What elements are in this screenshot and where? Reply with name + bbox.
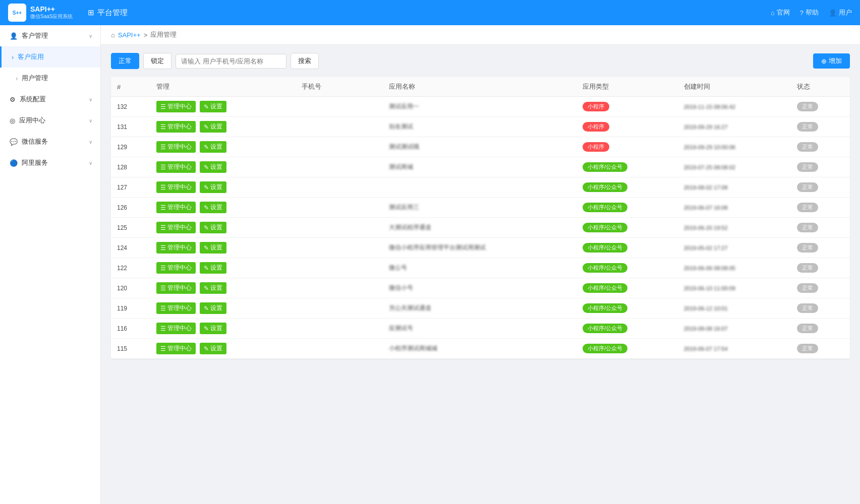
chevron-down-icon5 (89, 160, 92, 166)
cell-appname: 微信小程序应用管理平台测试用测试 (383, 238, 577, 258)
manage-center-btn[interactable]: ☰ 管理中心 (156, 161, 196, 173)
cell-status: 正常 (791, 157, 850, 177)
cell-phone: 14510000010 (296, 157, 383, 177)
platform-title: 平台管理 (97, 8, 128, 18)
table-row: 128 ☰ 管理中心 ✎ 设置 14510000010测试商城小程序/公众号20… (111, 157, 850, 177)
app-center-icon: ◎ (10, 117, 15, 124)
chevron-right-icon: › (12, 53, 14, 61)
cell-appname: 测试应用三 (383, 198, 577, 218)
cell-id: 115 (111, 339, 150, 359)
setting-btn[interactable]: ✎ 设置 (200, 302, 226, 314)
cell-appname: 另公共测试通道 (383, 298, 577, 319)
cell-appname: 微信小号 (383, 278, 577, 298)
setting-btn[interactable]: ✎ 设置 (200, 202, 226, 213)
manage-center-btn[interactable]: ☰ 管理中心 (156, 202, 196, 213)
col-apptype: 应用类型 (577, 77, 678, 97)
cell-id: 116 (111, 319, 150, 339)
cell-created: 2019-06-20 19:52 (678, 218, 791, 238)
chevron-down-icon3 (89, 118, 92, 123)
manage-center-btn[interactable]: ☰ 管理中心 (156, 262, 196, 274)
setting-btn[interactable]: ✎ 设置 (200, 181, 226, 193)
ali-icon: 🔵 (10, 159, 18, 167)
cell-apptype: 小程序/公众号 (577, 339, 678, 359)
setting-btn[interactable]: ✎ 设置 (200, 101, 226, 112)
search-button[interactable]: 搜索 (291, 53, 319, 69)
nav-help[interactable]: ? 帮助 (800, 8, 819, 17)
table-row: 131 ☰ 管理中心 ✎ 设置 13710000007别名测试小程序2019-0… (111, 117, 850, 137)
col-status: 状态 (791, 77, 850, 97)
list-icon: ☰ (160, 204, 166, 211)
cell-status: 正常 (791, 278, 850, 298)
setting-btn[interactable]: ✎ 设置 (200, 282, 226, 294)
setting-btn[interactable]: ✎ 设置 (200, 222, 226, 233)
cell-id: 120 (111, 278, 150, 298)
sidebar-item-ali[interactable]: 🔵 阿里服务 (0, 152, 100, 173)
home-bc-icon: ⌂ (111, 31, 115, 39)
search-input[interactable] (176, 54, 286, 69)
status-badge: 正常 (797, 344, 818, 353)
wechat-icon: 💬 (10, 138, 18, 146)
nav-home[interactable]: ⌂ 官网 (771, 8, 790, 17)
manage-center-btn[interactable]: ☰ 管理中心 (156, 282, 196, 294)
sidebar-item-system-config[interactable]: ⚙ 系统配置 (0, 89, 100, 110)
gear-icon: ⚙ (10, 96, 16, 103)
cell-apptype: 小程序/公众号 (577, 218, 678, 238)
sidebar-label-wechat: 微信服务 (22, 137, 48, 146)
btn-locked[interactable]: 锁定 (143, 53, 171, 69)
cell-appname (383, 177, 577, 198)
manage-center-btn[interactable]: ☰ 管理中心 (156, 323, 196, 334)
app-type-tag: 小程序 (583, 102, 609, 111)
add-button[interactable]: ⊕ 增加 (813, 53, 850, 69)
nav-help-label: 帮助 (806, 8, 819, 17)
manage-center-btn[interactable]: ☰ 管理中心 (156, 181, 196, 193)
cell-appname: 微公号 (383, 258, 577, 278)
manage-center-btn[interactable]: ☰ 管理中心 (156, 141, 196, 153)
manage-center-btn[interactable]: ☰ 管理中心 (156, 121, 196, 133)
nav-user[interactable]: 👤 用户 (829, 8, 852, 17)
breadcrumb-root[interactable]: SAPI++ (118, 31, 141, 39)
cell-apptype: 小程序 (577, 97, 678, 117)
toolbar: 正常 锁定 搜索 ⊕ 增加 (111, 53, 850, 69)
cell-created: 2019-06-07 16:08 (678, 198, 791, 218)
status-badge: 正常 (797, 182, 818, 192)
cell-id: 128 (111, 157, 150, 177)
setting-btn[interactable]: ✎ 设置 (200, 161, 226, 173)
cell-id: 132 (111, 97, 150, 117)
sidebar-item-app-center[interactable]: ◎ 应用中心 (0, 110, 100, 131)
cell-manage: ☰ 管理中心 ✎ 设置 (150, 157, 296, 177)
edit-icon: ✎ (204, 103, 209, 110)
logo-title: SAPI++ (30, 5, 73, 13)
sidebar-item-customer-mgmt[interactable]: 👤 客户管理 (0, 25, 100, 46)
chevron-right-icon2: › (16, 75, 18, 82)
cell-appname: 测试商城 (383, 157, 577, 177)
manage-center-btn[interactable]: ☰ 管理中心 (156, 242, 196, 254)
cell-manage: ☰ 管理中心 ✎ 设置 (150, 117, 296, 137)
setting-btn[interactable]: ✎ 设置 (200, 121, 226, 133)
btn-normal[interactable]: 正常 (111, 53, 139, 69)
manage-center-btn[interactable]: ☰ 管理中心 (156, 222, 196, 233)
status-badge: 正常 (797, 243, 818, 253)
cell-manage: ☰ 管理中心 ✎ 设置 (150, 339, 296, 359)
cell-created: 2019-06-06 08:08:05 (678, 258, 791, 278)
setting-btn[interactable]: ✎ 设置 (200, 242, 226, 254)
manage-center-btn[interactable]: ☰ 管理中心 (156, 302, 196, 314)
setting-btn[interactable]: ✎ 设置 (200, 262, 226, 274)
edit-icon: ✎ (204, 244, 209, 251)
manage-center-btn[interactable]: ☰ 管理中心 (156, 101, 196, 112)
breadcrumb: ⌂ SAPI++ > 应用管理 (101, 25, 860, 45)
setting-btn[interactable]: ✎ 设置 (200, 323, 226, 334)
sidebar-item-customer-app[interactable]: › 客户应用 (0, 46, 100, 68)
cell-appname: 大测试程序通道 (383, 218, 577, 238)
app-type-tag: 小程序/公众号 (583, 263, 627, 273)
edit-icon: ✎ (204, 345, 209, 352)
cell-status: 正常 (791, 258, 850, 278)
logo: S++ SAPI++ 微信SaaS应用系统 (8, 4, 73, 22)
cell-created: 2019-08-02 17:08 (678, 177, 791, 198)
cell-phone: 15800017075 (296, 339, 383, 359)
sidebar-item-user-mgmt[interactable]: › 用户管理 (0, 68, 100, 89)
cell-created: 2019-11-15 08:06:42 (678, 97, 791, 117)
manage-center-btn[interactable]: ☰ 管理中心 (156, 343, 196, 354)
setting-btn[interactable]: ✎ 设置 (200, 141, 226, 153)
setting-btn[interactable]: ✎ 设置 (200, 343, 226, 354)
sidebar-item-wechat[interactable]: 💬 微信服务 (0, 131, 100, 152)
